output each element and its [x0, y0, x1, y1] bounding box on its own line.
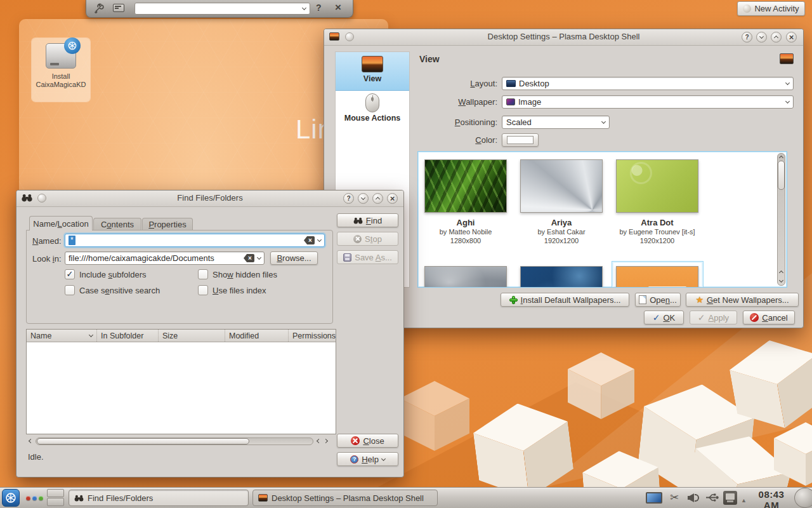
sidebar-item-view[interactable]: View	[336, 52, 409, 91]
new-activity-button[interactable]: New Activity	[737, 1, 805, 16]
wallpaper-thumb-ariya[interactable]	[520, 159, 603, 213]
activity-dot-green[interactable]	[39, 496, 43, 500]
task-label: Find Files/Folders	[88, 493, 153, 503]
wallpaper-window-icon	[258, 494, 268, 502]
usb-device-icon[interactable]	[705, 493, 719, 502]
checkbox-case-sensitive[interactable]: Case sensitive search	[65, 285, 160, 295]
scrollbar-thumb[interactable]	[37, 438, 249, 444]
pager-desktop-1[interactable]	[47, 489, 64, 497]
open-button[interactable]: Open...	[635, 293, 681, 307]
pager-widget[interactable]	[47, 489, 65, 507]
close-icon[interactable]: ×	[335, 1, 341, 14]
device-notifier-icon[interactable]	[723, 491, 737, 505]
tab-properties[interactable]: Properties	[142, 218, 193, 231]
sidebar-item-mouse-actions[interactable]: Mouse Actions	[336, 91, 409, 128]
taskbar-task-desktop-settings[interactable]: Desktop Settings – Plasma Desktop Shell	[252, 490, 438, 506]
stop-label: Stop	[365, 234, 382, 244]
wrench-icon[interactable]	[94, 3, 104, 13]
scroll-left-icon[interactable]	[27, 437, 34, 444]
wallpaper-thumb-caixamagica-selected[interactable]	[616, 266, 698, 288]
volume-icon[interactable]	[688, 493, 700, 503]
checkbox-label: Show hidden files	[213, 270, 277, 279]
chevron-down-icon	[601, 119, 606, 124]
help-icon	[350, 455, 358, 464]
save-as-button[interactable]: Save As...	[337, 250, 398, 264]
column-header-modified[interactable]: Modified	[225, 330, 288, 342]
clock-time: 08:43 AM	[750, 489, 793, 508]
scroll-right-icon[interactable]	[322, 437, 329, 444]
titlebar-minimize-button[interactable]	[358, 193, 369, 204]
titlebar-close-button[interactable]	[387, 193, 398, 204]
look-in-combobox[interactable]: file:///home/caixamagicakde/Documents	[65, 251, 265, 265]
scroll-up-icon[interactable]	[777, 268, 785, 276]
wallpaper-thumb-clouds[interactable]	[424, 266, 507, 288]
titlebar-minimize-button[interactable]	[756, 32, 767, 43]
pager-desktop-2[interactable]	[47, 498, 64, 506]
runner-combobox[interactable]	[134, 3, 310, 15]
checkbox-include-subfolders[interactable]: Include subfolders	[65, 269, 147, 279]
column-header-permissions[interactable]: Permissions	[288, 330, 336, 342]
column-header-size[interactable]: Size	[158, 330, 225, 342]
cancel-button[interactable]: Cancel	[743, 311, 795, 324]
wallpaper-name: Ariya	[520, 218, 603, 227]
install-default-wallpapers-button[interactable]: Install Default Wallpapers...	[501, 293, 629, 307]
wallpaper-thumb-atra-dot[interactable]	[616, 159, 698, 213]
wallpaper-combobox[interactable]: Image	[502, 95, 794, 109]
color-swatch-button[interactable]	[502, 133, 539, 147]
wallpaper-list[interactable]: Aghi by Matteo Nobile 812x508 Ariya by …	[417, 151, 787, 288]
clear-text-icon[interactable]	[244, 254, 254, 262]
find-titlebar[interactable]: Find Files/Folders	[16, 190, 403, 207]
panel-toolbox-cashew[interactable]	[794, 488, 812, 508]
clear-text-icon[interactable]	[304, 236, 315, 244]
apply-label: Apply	[709, 313, 730, 323]
titlebar-maximize-button[interactable]	[372, 193, 383, 204]
wallpaper-thumb-aghi[interactable]	[424, 159, 507, 213]
display-tray-icon[interactable]	[646, 492, 662, 504]
help-icon[interactable]: ?	[316, 3, 322, 13]
named-combobox[interactable]: *	[65, 234, 325, 247]
scroll-down-icon[interactable]	[777, 277, 785, 284]
column-header-name[interactable]: Name	[27, 330, 96, 342]
titlebar-maximize-button[interactable]	[771, 32, 782, 43]
wallpaper-thumb-blue-swirl[interactable]	[520, 266, 603, 288]
titlebar-help-button[interactable]	[343, 193, 354, 204]
clipboard-scissors-icon[interactable]	[670, 491, 679, 504]
stop-button[interactable]: Stop	[337, 232, 398, 246]
column-header-in-subfolder[interactable]: In Subfolder	[96, 330, 158, 342]
browse-button[interactable]: Browse...	[270, 251, 318, 265]
display-config-icon[interactable]	[113, 4, 124, 12]
checkbox-use-files-index[interactable]: Use files index	[198, 285, 266, 295]
checkbox-show-hidden-files[interactable]: Show hidden files	[198, 269, 277, 279]
titlebar-close-button[interactable]	[786, 32, 797, 43]
positioning-combobox[interactable]: Scaled	[502, 116, 610, 129]
settings-titlebar[interactable]: Desktop Settings – Plasma Desktop Shell	[324, 29, 803, 46]
results-table-header[interactable]: Name In Subfolder Size Modified Permissi…	[27, 330, 336, 342]
tab-name-location-label: Name/Location	[33, 219, 88, 229]
apply-button[interactable]: Apply	[690, 311, 737, 324]
kickoff-launcher-button[interactable]	[2, 489, 20, 507]
checkbox-label: Use files index	[213, 286, 266, 295]
find-button[interactable]: Find	[337, 213, 398, 227]
tab-name-location[interactable]: Name/Location	[29, 216, 93, 231]
taskbar-task-find-files[interactable]: Find Files/Folders	[69, 490, 249, 506]
results-table[interactable]: Name In Subfolder Size Modified Permissi…	[26, 329, 336, 434]
layout-combobox[interactable]: Desktop	[502, 77, 794, 90]
tab-contents[interactable]: Contents	[93, 218, 141, 231]
wallpaper-label: Wallpaper:	[421, 97, 497, 107]
ok-label: OK	[663, 313, 675, 323]
results-table-body	[27, 342, 336, 434]
activity-dot-red[interactable]	[26, 496, 30, 500]
titlebar-help-button[interactable]	[742, 32, 752, 43]
close-button[interactable]: Close	[337, 434, 398, 448]
desktop-icon-install-caixamagica[interactable]: Install CaixaMagicaKD	[32, 38, 90, 102]
help-button[interactable]: Help	[337, 452, 398, 466]
scrollbar-thumb[interactable]	[778, 161, 785, 190]
get-new-wallpapers-button[interactable]: Get New Wallpapers...	[686, 293, 799, 307]
digital-clock[interactable]: 08:43 AM 06/02/12	[750, 489, 793, 508]
activity-dot-blue[interactable]	[32, 496, 37, 500]
settings-window-title: Desktop Settings – Plasma Desktop Shell	[324, 32, 803, 41]
scroll-up-icon[interactable]	[777, 153, 785, 161]
expand-tray-icon[interactable]	[741, 493, 747, 505]
ok-button[interactable]: OK	[644, 311, 684, 324]
checkbox-label: Include subfolders	[79, 270, 147, 279]
